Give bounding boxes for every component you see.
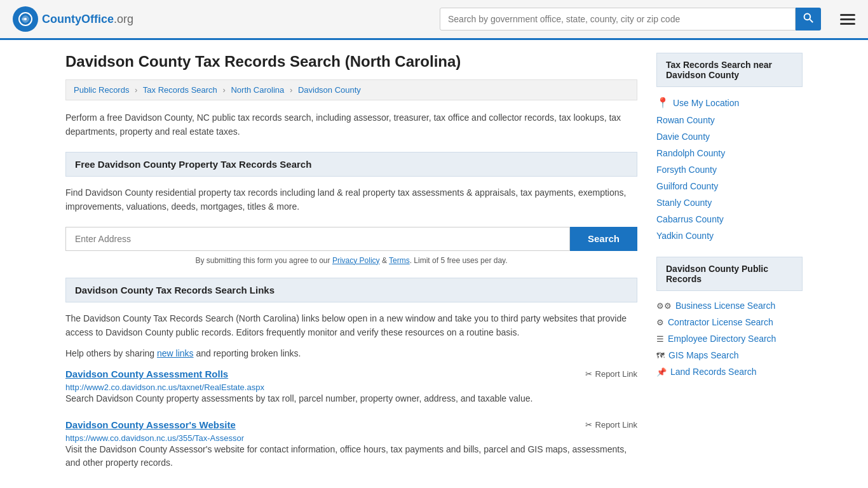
nearby-link-3[interactable]: Forsyth County [656,165,717,175]
page-container: Davidson County Tax Records Search (Nort… [53,40,815,488]
form-note: By submitting this form you agree to our… [65,256,637,265]
logo-link[interactable]: CountyOffice.org [13,6,133,32]
svg-point-1 [24,18,27,20]
nearby-link-5[interactable]: Stanly County [656,198,712,208]
breadcrumb-north-carolina[interactable]: North Carolina [231,85,284,95]
breadcrumb: Public Records › Tax Records Search › No… [65,79,637,100]
nearby-header: Tax Records Search near Davidson County [656,53,803,87]
link-title-1[interactable]: Davidson County Assessor's Website [65,419,236,430]
link-title-0[interactable]: Davidson County Assessment Rolls [65,369,228,379]
hamburger-menu[interactable] [840,14,855,25]
map-icon-3: 🗺 [656,351,665,360]
public-record-link-2[interactable]: Employee Directory Search [668,334,776,344]
public-record-link-1[interactable]: Contractor License Search [668,317,773,327]
breadcrumb-davidson-county[interactable]: Davidson County [298,85,361,95]
address-input[interactable] [65,227,570,251]
public-record-link-0[interactable]: Business License Search [675,301,775,311]
share-line: Help others by sharing new links and rep… [65,348,637,358]
link-desc-1: Visit the Davidson County Assessor's web… [65,443,637,470]
gear-icon-0: ⚙⚙ [656,301,672,311]
nearby-link-7[interactable]: Yadkin County [656,231,714,241]
link-item-1: Davidson County Assessor's Website ✂ Rep… [65,419,637,470]
property-search-description: Find Davidson County residential propert… [65,186,637,214]
use-location-link[interactable]: Use My Location [673,98,739,108]
public-record-link-3[interactable]: GIS Maps Search [668,350,739,360]
sidebar-nearby-5: Stanly County [656,194,803,211]
sidebar-nearby-7: Yadkin County [656,227,803,244]
link-url-0[interactable]: http://www2.co.davidson.nc.us/taxnet/Rea… [65,383,264,392]
privacy-policy-link[interactable]: Privacy Policy [332,256,380,265]
use-location: 📍 Use My Location [656,93,803,112]
report-link-button-0[interactable]: ✂ Report Link [585,369,637,379]
nearby-link-6[interactable]: Cabarrus County [656,214,724,224]
pin-icon-4: 📌 [656,367,667,377]
public-link-3: 🗺 GIS Maps Search [656,347,803,363]
page-description: Perform a free Davidson County, NC publi… [65,111,637,139]
sidebar-nearby-6: Cabarrus County [656,211,803,227]
links-description: The Davidson County Tax Records Search (… [65,311,637,340]
public-link-1: ⚙ Contractor License Search [656,314,803,330]
public-link-2: ☰ Employee Directory Search [656,330,803,347]
breadcrumb-tax-records-search[interactable]: Tax Records Search [143,85,217,95]
nearby-counties: 📍 Use My Location Rowan County Davie Cou… [656,93,803,244]
svg-point-2 [804,14,811,20]
link-url-1[interactable]: https://www.co.davidson.nc.us/355/Tax-As… [65,433,244,443]
header-search-input[interactable] [440,8,796,30]
logo-icon [13,6,38,32]
header-search-button[interactable] [796,8,821,30]
logo-text: CountyOffice.org [42,13,133,26]
main-content: Davidson County Tax Records Search (Nort… [65,53,637,484]
address-search-button[interactable]: Search [570,227,637,251]
nearby-link-4[interactable]: Guilford County [656,181,718,191]
link-desc-0: Search Davidson County property assessme… [65,392,637,405]
breadcrumb-public-records[interactable]: Public Records [74,85,129,95]
page-title: Davidson County Tax Records Search (Nort… [65,53,637,71]
public-link-4: 📌 Land Records Search [656,363,803,380]
public-record-links: ⚙⚙ Business License Search ⚙ Contractor … [656,297,803,380]
sidebar-nearby-2: Randolph County [656,145,803,161]
property-search-header: Free Davidson County Property Tax Record… [65,152,637,177]
report-link-button-1[interactable]: ✂ Report Link [585,420,637,430]
header-search-bar [440,8,821,30]
public-records-header: Davidson County Public Records [656,257,803,291]
public-record-link-4[interactable]: Land Records Search [670,367,756,377]
site-header: CountyOffice.org [0,0,868,40]
links-section-header: Davidson County Tax Records Search Links [65,278,637,302]
link-item-0: Davidson County Assessment Rolls ✂ Repor… [65,369,637,405]
location-pin-icon: 📍 [656,97,669,109]
public-link-0: ⚙⚙ Business License Search [656,297,803,314]
sidebar: Tax Records Search near Davidson County … [656,53,803,484]
sidebar-nearby-3: Forsyth County [656,161,803,178]
new-links-link[interactable]: new links [157,348,194,358]
nearby-link-1[interactable]: Davie County [656,132,710,142]
list-icon-2: ☰ [656,334,664,344]
nearby-link-2[interactable]: Randolph County [656,148,725,158]
gear-icon-1: ⚙ [656,318,664,327]
sidebar-nearby-0: Rowan County [656,112,803,128]
sidebar-nearby-1: Davie County [656,128,803,145]
sidebar-nearby-4: Guilford County [656,178,803,194]
terms-link[interactable]: Terms [389,256,410,265]
address-search-form: Search [65,227,637,251]
svg-line-3 [810,19,813,22]
nearby-link-0[interactable]: Rowan County [656,115,715,125]
